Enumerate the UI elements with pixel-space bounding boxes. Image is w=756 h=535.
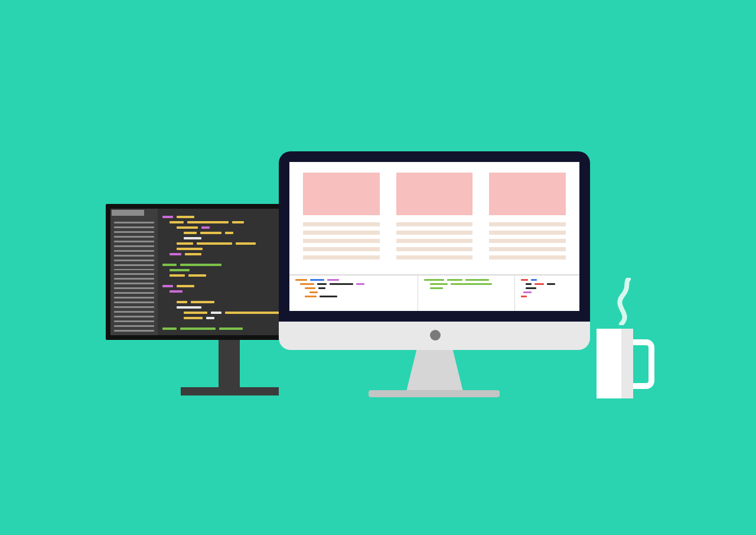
illustration-scene [0,0,756,535]
text-column [489,222,566,260]
code-monitor-stand [219,340,240,387]
imac-monitor [279,151,590,322]
editor-sidebar [110,209,158,335]
imac-button [430,330,441,341]
text-column [303,222,380,260]
text-column [396,222,473,260]
editor-tab [112,210,144,216]
mug-handle [633,339,654,389]
card [303,173,380,215]
devtools-mid [418,275,514,311]
website-text-columns [303,222,566,260]
imac-screen [289,162,579,311]
imac-foot [369,390,500,397]
devtools-left [289,275,418,311]
imac-stand [406,350,463,391]
devtools-right [514,275,579,311]
website-cards [303,173,566,215]
card [489,173,566,215]
devtools-panel [289,274,579,311]
mug-shade [621,329,633,398]
steam-icon [608,278,644,325]
sidebar-lines [114,222,154,332]
coffee-mug [597,329,633,398]
code-monitor-base [181,387,279,395]
card [396,173,473,215]
